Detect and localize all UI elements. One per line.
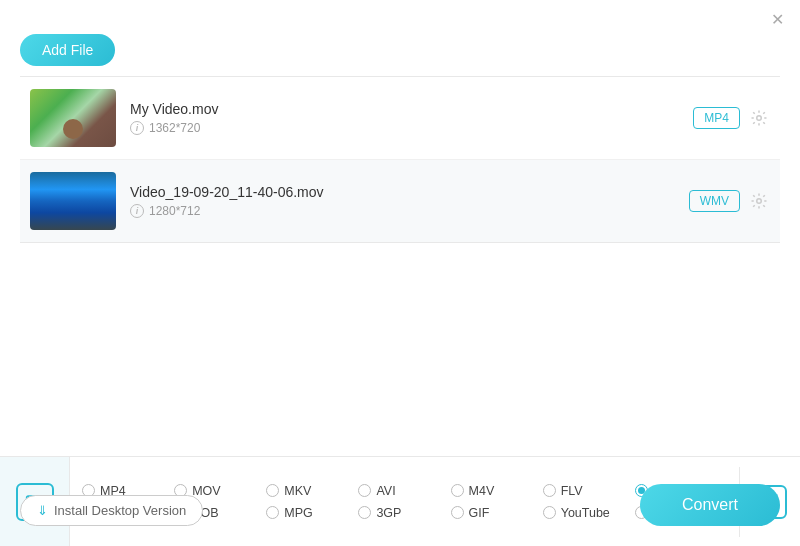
thumbnail-image <box>30 172 116 230</box>
install-label: Install Desktop Version <box>54 503 186 518</box>
file-meta: i 1280*712 <box>130 204 689 218</box>
format-option-flv[interactable]: FLV <box>543 484 635 498</box>
add-file-button[interactable]: Add File <box>20 34 115 66</box>
file-actions: WMV <box>689 190 770 212</box>
format-option-gif[interactable]: GIF <box>451 506 543 520</box>
format-label-flv: FLV <box>561 484 583 498</box>
download-icon: ⇓ <box>37 503 48 518</box>
radio-gif[interactable] <box>451 506 464 519</box>
format-label-gif: GIF <box>469 506 490 520</box>
format-badge[interactable]: MP4 <box>693 107 740 129</box>
file-resolution: 1280*712 <box>149 204 200 218</box>
format-option-avi[interactable]: AVI <box>358 484 450 498</box>
info-icon[interactable]: i <box>130 121 144 135</box>
close-button[interactable]: ✕ <box>768 10 786 28</box>
file-meta: i 1362*720 <box>130 121 693 135</box>
radio-m4v[interactable] <box>451 484 464 497</box>
format-option-mpg[interactable]: MPG <box>266 506 358 520</box>
radio-youtube[interactable] <box>543 506 556 519</box>
toolbar: Add File <box>0 34 800 76</box>
format-label-mpg: MPG <box>284 506 312 520</box>
svg-point-0 <box>757 116 762 121</box>
format-label-avi: AVI <box>376 484 395 498</box>
format-label-m4v: M4V <box>469 484 495 498</box>
file-info: My Video.mov i 1362*720 <box>130 101 693 135</box>
format-label-3gp: 3GP <box>376 506 401 520</box>
format-label-mov: MOV <box>192 484 220 498</box>
radio-flv[interactable] <box>543 484 556 497</box>
file-thumbnail <box>30 89 116 147</box>
install-desktop-button[interactable]: ⇓ Install Desktop Version <box>20 495 203 526</box>
settings-icon[interactable] <box>748 107 770 129</box>
file-name: Video_19-09-20_11-40-06.mov <box>130 184 689 200</box>
convert-button[interactable]: Convert <box>640 484 780 526</box>
format-option-youtube[interactable]: YouTube <box>543 506 635 520</box>
file-actions: MP4 <box>693 107 770 129</box>
format-option-m4v[interactable]: M4V <box>451 484 543 498</box>
file-name: My Video.mov <box>130 101 693 117</box>
title-bar: ✕ <box>0 0 800 34</box>
radio-avi[interactable] <box>358 484 371 497</box>
radio-3gp[interactable] <box>358 506 371 519</box>
svg-point-1 <box>757 199 762 204</box>
file-item: My Video.mov i 1362*720 MP4 <box>20 77 780 160</box>
file-list: My Video.mov i 1362*720 MP4 Video_19-09-… <box>20 76 780 243</box>
radio-mkv[interactable] <box>266 484 279 497</box>
file-item: Video_19-09-20_11-40-06.mov i 1280*712 W… <box>20 160 780 242</box>
format-label-mkv: MKV <box>284 484 311 498</box>
format-label-youtube: YouTube <box>561 506 610 520</box>
info-icon[interactable]: i <box>130 204 144 218</box>
radio-mpg[interactable] <box>266 506 279 519</box>
format-badge[interactable]: WMV <box>689 190 740 212</box>
file-resolution: 1362*720 <box>149 121 200 135</box>
settings-icon[interactable] <box>748 190 770 212</box>
format-option-mkv[interactable]: MKV <box>266 484 358 498</box>
file-thumbnail <box>30 172 116 230</box>
file-info: Video_19-09-20_11-40-06.mov i 1280*712 <box>130 184 689 218</box>
format-option-3gp[interactable]: 3GP <box>358 506 450 520</box>
thumbnail-image <box>30 89 116 147</box>
